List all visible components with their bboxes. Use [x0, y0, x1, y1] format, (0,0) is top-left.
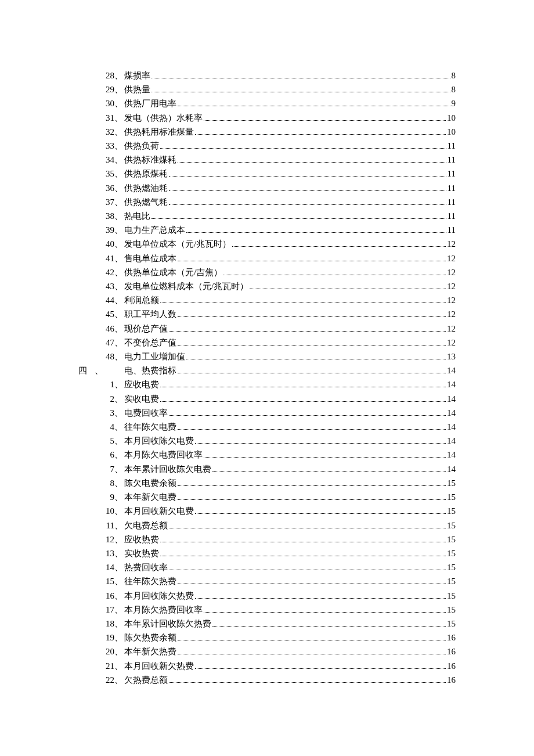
toc-title: 应收热费 [124, 532, 159, 546]
toc-item-row: 6、本月陈欠电费回收率14 [78, 448, 456, 462]
toc-separator: 、 [114, 645, 124, 658]
toc-page-number: 15 [447, 504, 456, 518]
toc-separator: 、 [95, 363, 104, 377]
toc-page-number: 14 [447, 434, 456, 448]
toc-leader-dots [195, 443, 446, 444]
toc-page-number: 15 [447, 490, 456, 504]
toc-separator: 、 [114, 519, 124, 532]
toc-leader-dots [178, 373, 446, 373]
toc-separator: 、 [114, 560, 124, 574]
toc-title: 本月陈欠热费回收率 [124, 603, 203, 617]
toc-item-row: 12、应收热费15 [78, 532, 456, 546]
toc-item-row: 3、电费回收率14 [78, 406, 456, 420]
toc-number: 38 [78, 209, 114, 223]
toc-page-number: 11 [448, 167, 456, 181]
toc-number: 43 [78, 279, 114, 293]
toc-page-number: 15 [447, 574, 456, 588]
toc-page-number: 15 [447, 519, 456, 532]
toc-title: 供热耗用标准煤量 [124, 125, 194, 139]
toc-leader-dots [169, 415, 446, 416]
toc-separator: 、 [114, 448, 124, 462]
toc-separator: 、 [114, 589, 124, 603]
toc-item-row: 18、本年累计回收陈欠热费15 [78, 617, 456, 631]
toc-separator: 、 [114, 504, 124, 518]
toc-page-number: 11 [448, 195, 456, 209]
toc-leader-dots [169, 331, 446, 332]
toc-number: 7 [78, 462, 114, 476]
toc-title: 实收热费 [124, 546, 159, 560]
toc-title: 供热燃油耗 [124, 181, 168, 195]
toc-page-number: 16 [447, 659, 456, 673]
toc-page-number: 14 [447, 420, 456, 434]
toc-number: 14 [78, 560, 114, 574]
toc-section-row: 四、电、热费指标14 [78, 363, 456, 377]
toc-title: 电力生产总成本 [124, 223, 185, 237]
toc-number: 37 [78, 195, 114, 209]
toc-title: 本年新欠电费 [124, 490, 176, 504]
toc-number: 19 [78, 631, 114, 645]
toc-page-number: 15 [447, 560, 456, 574]
toc-title: 本月回收陈欠电费 [124, 434, 194, 448]
toc-number: 45 [78, 307, 114, 321]
toc-leader-dots [223, 275, 446, 275]
toc-number: 44 [78, 293, 114, 307]
toc-page-number: 11 [448, 223, 456, 237]
toc-leader-dots [204, 120, 446, 121]
toc-number: 15 [78, 574, 114, 588]
toc-page-number: 8 [452, 82, 456, 96]
toc-separator: 、 [114, 659, 124, 673]
toc-number: 12 [78, 532, 114, 546]
toc-separator: 、 [114, 69, 124, 82]
toc-title: 供热原煤耗 [124, 167, 168, 181]
toc-leader-dots [178, 499, 446, 500]
toc-item-row: 5、本月回收陈欠电费14 [78, 434, 456, 448]
toc-page-number: 12 [447, 293, 456, 307]
toc-page-number: 11 [448, 209, 456, 223]
toc-separator: 、 [114, 96, 124, 110]
toc-leader-dots [151, 218, 446, 219]
toc-separator: 、 [114, 392, 124, 406]
toc-separator: 、 [114, 82, 124, 96]
toc-title: 电、热费指标 [104, 363, 176, 377]
toc-page-number: 11 [448, 153, 456, 167]
toc-number: 46 [78, 322, 114, 336]
toc-leader-dots [212, 471, 446, 472]
toc-number: 41 [78, 251, 114, 265]
toc-title: 本月回收新欠电费 [124, 504, 194, 518]
toc-separator: 、 [114, 490, 124, 504]
toc-separator: 、 [114, 350, 124, 363]
toc-page-number: 12 [447, 265, 456, 279]
toc-separator: 、 [114, 322, 124, 336]
toc-leader-dots [204, 457, 446, 458]
toc-page-number: 10 [447, 111, 456, 125]
toc-number: 11 [78, 519, 114, 532]
toc-leader-dots [178, 654, 446, 654]
toc-page-number: 12 [447, 307, 456, 321]
toc-item-row: 42、供热单位成本（元/吉焦）12 [78, 265, 456, 279]
toc-leader-dots [151, 92, 450, 92]
toc-page-number: 12 [447, 279, 456, 293]
toc-item-row: 40、发电单位成本（元/兆瓦时）12 [78, 237, 456, 251]
toc-leader-dots [151, 78, 450, 78]
toc-item-row: 36、供热燃油耗11 [78, 181, 456, 195]
toc-leader-dots [186, 359, 446, 359]
toc-leader-dots [178, 640, 446, 640]
toc-title: 售电单位成本 [124, 251, 176, 265]
toc-separator: 、 [114, 434, 124, 448]
toc-number: 10 [78, 504, 114, 518]
toc-page-number: 15 [447, 617, 456, 631]
toc-page-number: 8 [452, 69, 456, 82]
toc-number: 33 [78, 139, 114, 153]
toc-separator: 、 [114, 336, 124, 350]
toc-leader-dots [178, 261, 446, 261]
toc-item-row: 19、陈欠热费余额16 [78, 631, 456, 645]
toc-leader-dots [204, 612, 446, 613]
toc-number: 48 [78, 350, 114, 363]
toc-page-number: 12 [447, 237, 456, 251]
toc-item-row: 37、供热燃气耗11 [78, 195, 456, 209]
toc-title: 不变价总产值 [124, 336, 176, 350]
toc-item-row: 22、欠热费总额16 [78, 673, 456, 687]
toc-page-number: 14 [447, 406, 456, 420]
toc-number: 1 [78, 377, 114, 391]
toc-page-number: 14 [447, 377, 456, 391]
